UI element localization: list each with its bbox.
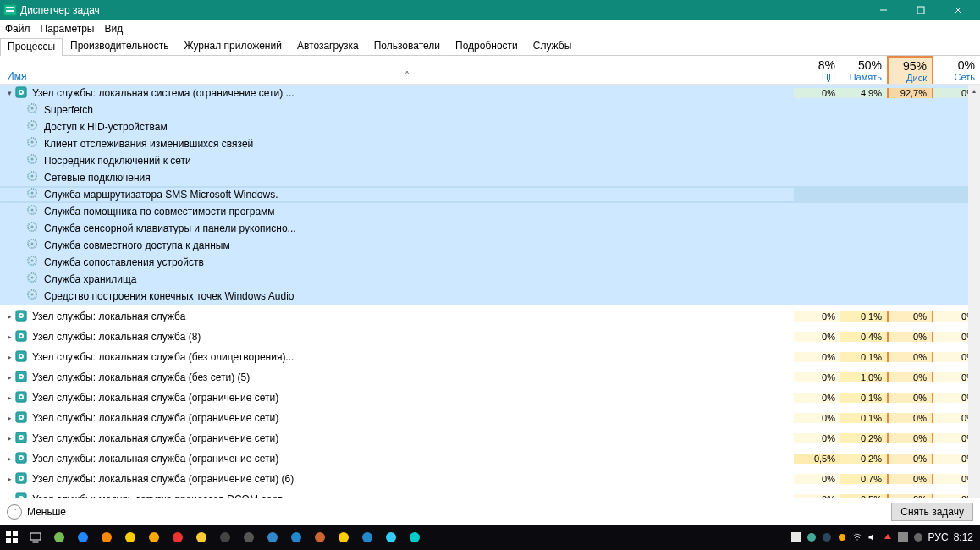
- table-row[interactable]: ▸Узел службы: локальная служба (без олиц…: [0, 349, 980, 366]
- svg-point-25: [31, 226, 34, 228]
- taskbar-app-icon[interactable]: [47, 525, 71, 550]
- tab-Процессы[interactable]: Процессы: [0, 38, 63, 56]
- taskbar-app-icon[interactable]: [213, 525, 237, 550]
- table-row[interactable]: ▸Узел службы: локальная служба0%0,1%0%0%: [0, 308, 980, 325]
- tray-icon[interactable]: [898, 532, 908, 542]
- cloud-icon[interactable]: [837, 532, 847, 542]
- cell-cpu: 0%: [794, 311, 840, 322]
- tab-Подробности[interactable]: Подробности: [448, 37, 526, 55]
- expand-icon[interactable]: ▸: [3, 393, 15, 402]
- taskbar-app-icon[interactable]: [308, 525, 332, 550]
- start-button[interactable]: [0, 525, 24, 550]
- cell-cpu: 0%: [794, 433, 840, 443]
- maximize-button[interactable]: [902, 0, 939, 20]
- taskbar-app-icon[interactable]: [261, 525, 284, 550]
- taskbar-app-icon[interactable]: [71, 525, 95, 550]
- taskbar-app-icon[interactable]: [118, 525, 142, 550]
- svg-point-76: [196, 532, 206, 542]
- tray-icon[interactable]: [791, 532, 801, 542]
- tab-Журнал приложений[interactable]: Журнал приложений: [177, 37, 289, 55]
- taskbar-app-icon[interactable]: [237, 525, 261, 550]
- arrow-icon[interactable]: [883, 532, 893, 542]
- expand-icon[interactable]: ▸: [3, 353, 15, 361]
- menu-options[interactable]: Параметры: [41, 23, 95, 35]
- tray-icon[interactable]: [807, 532, 817, 542]
- menu-file[interactable]: Файл: [5, 23, 30, 35]
- expand-icon[interactable]: ▸: [3, 373, 15, 382]
- taskbar-app-icon[interactable]: [355, 525, 379, 550]
- expand-icon[interactable]: ▸: [3, 495, 15, 498]
- taskbar-app-icon[interactable]: [142, 525, 166, 550]
- table-row[interactable]: ▸Узел службы: модуль запуска процессов D…: [0, 491, 980, 498]
- scrollbar[interactable]: ▴: [968, 85, 980, 498]
- tray-icon[interactable]: [913, 532, 923, 542]
- cell-mem: 0,7%: [840, 474, 887, 484]
- task-manager-window: Диспетчер задач Файл Параметры Вид Проце…: [0, 0, 980, 525]
- process-name: Узел службы: локальная служба (без сети)…: [32, 371, 250, 383]
- table-row[interactable]: ▸Узел службы: локальная служба (без сети…: [0, 369, 980, 386]
- taskbar-app-icon[interactable]: [95, 525, 118, 550]
- col-cpu[interactable]: 8% ЦП: [794, 56, 840, 84]
- task-view-icon[interactable]: [24, 525, 47, 550]
- system-tray[interactable]: РУС 8:12: [791, 531, 980, 543]
- volume-icon[interactable]: [867, 532, 878, 542]
- taskbar[interactable]: РУС 8:12: [0, 525, 980, 550]
- taskbar-app-icon[interactable]: [332, 525, 355, 550]
- titlebar[interactable]: Диспетчер задач: [0, 0, 980, 20]
- tray-icons[interactable]: [791, 532, 923, 542]
- table-row[interactable]: Служба сенсорной клавиатуры и панели рук…: [0, 220, 980, 237]
- expand-icon[interactable]: ▸: [3, 434, 15, 443]
- table-row[interactable]: Посредник подключений к сети: [0, 152, 980, 169]
- collapse-icon[interactable]: ▾: [3, 89, 15, 97]
- menu-view[interactable]: Вид: [104, 23, 123, 35]
- taskbar-app-icon[interactable]: [379, 525, 403, 550]
- col-mem[interactable]: 50% Память: [840, 56, 887, 84]
- table-row[interactable]: ▸Узел службы: локальная служба (ограниче…: [0, 389, 980, 406]
- wifi-icon[interactable]: [852, 532, 862, 542]
- table-row[interactable]: Служба маршрутизатора SMS Microsoft Wind…: [0, 186, 980, 203]
- tab-Автозагрузка[interactable]: Автозагрузка: [289, 37, 366, 55]
- close-button[interactable]: [939, 0, 977, 20]
- table-row[interactable]: Средство построения конечных точек Windo…: [0, 288, 980, 305]
- tab-Производительность[interactable]: Производительность: [63, 37, 176, 55]
- table-row[interactable]: Служба сопоставления устройств: [0, 254, 980, 271]
- col-disk[interactable]: 95% Диск: [887, 56, 933, 84]
- table-row[interactable]: Служба помощника по совместимости програ…: [0, 203, 980, 220]
- table-row[interactable]: ▸Узел службы: локальная служба (ограниче…: [0, 410, 980, 426]
- expand-icon[interactable]: ▸: [3, 312, 15, 321]
- lang-indicator[interactable]: РУС: [928, 531, 949, 543]
- fewer-details-button[interactable]: ˄ Меньше: [7, 504, 66, 520]
- table-row[interactable]: Клиент отслеживания изменившихся связей: [0, 135, 980, 152]
- svg-point-27: [31, 243, 34, 245]
- expand-icon[interactable]: ▸: [3, 333, 15, 341]
- table-row[interactable]: Служба совместного доступа к данным: [0, 237, 980, 254]
- steam-icon[interactable]: [822, 532, 832, 542]
- taskbar-app-icon[interactable]: [284, 525, 308, 550]
- expand-icon[interactable]: ▸: [3, 454, 15, 463]
- service-host-icon: [15, 330, 29, 344]
- minimize-button[interactable]: [865, 0, 902, 20]
- service-name: Служба маршрутизатора SMS Microsoft Wind…: [44, 189, 278, 201]
- end-task-button[interactable]: Снять задачу: [891, 503, 973, 521]
- table-row[interactable]: Доступ к HID-устройствам: [0, 118, 980, 135]
- table-row[interactable]: ▸Узел службы: локальная служба (ограниче…: [0, 470, 980, 487]
- table-row[interactable]: ▸Узел службы: локальная служба (ограниче…: [0, 450, 980, 467]
- table-row[interactable]: ▾Узел службы: локальная система (огранич…: [0, 85, 980, 102]
- table-row[interactable]: Служба хранилища: [0, 271, 980, 288]
- expand-icon[interactable]: ▸: [3, 475, 15, 483]
- table-row[interactable]: ▸Узел службы: локальная служба (8)0%0,4%…: [0, 328, 980, 345]
- table-row[interactable]: ▸Узел службы: локальная служба (ограниче…: [0, 430, 980, 447]
- col-net[interactable]: 0% Сеть: [933, 56, 980, 84]
- expand-icon[interactable]: ▸: [3, 414, 15, 422]
- clock[interactable]: 8:12: [954, 531, 973, 543]
- taskbar-app-icon[interactable]: [190, 525, 213, 550]
- table-row[interactable]: Superfetch: [0, 102, 980, 118]
- scroll-up-icon[interactable]: ▴: [968, 85, 980, 96]
- table-row[interactable]: Сетевые подключения: [0, 169, 980, 186]
- tab-Службы[interactable]: Службы: [526, 37, 579, 55]
- col-name[interactable]: Имя ˄: [0, 56, 794, 84]
- tab-Пользователи[interactable]: Пользователи: [366, 37, 448, 55]
- cell-cpu: 0%: [794, 474, 840, 484]
- taskbar-app-icon[interactable]: [403, 525, 427, 550]
- taskbar-app-icon[interactable]: [166, 525, 190, 550]
